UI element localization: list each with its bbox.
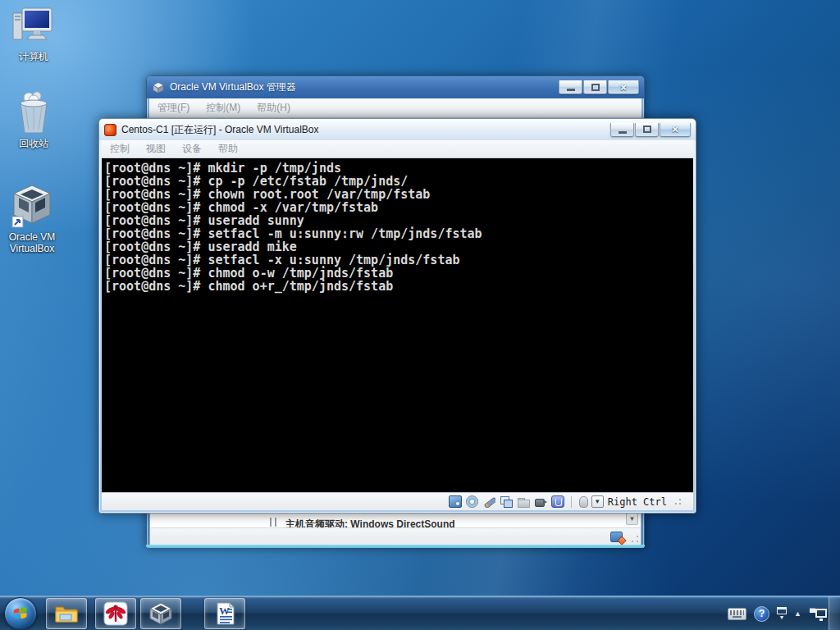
mouse-capture-icon[interactable] [578,495,587,508]
network-status-icon[interactable] [500,495,513,508]
vm-window-icon [104,124,116,136]
terminal-screen[interactable]: [root@dns ~]# mkdir -p /tmp/jnds [root@d… [102,158,693,492]
desktop-icon-label: Oracle VM VirtualBox [0,231,64,254]
ime-help-icon[interactable]: ? [754,606,769,622]
manager-statusbar [150,527,641,545]
virtualbox-shortcut-icon [9,182,55,230]
desktop: 计算机 回收站 Oracle VM VirtualBox [0,0,840,630]
vm-minimize-button[interactable] [610,123,634,137]
chevron-down-icon: ▼ [629,515,636,523]
taskbar-button-word[interactable]: W [204,598,245,629]
vm-menubar: 控制 视图 设备 帮助 [102,140,693,158]
taskbar-button-dragonfly-app[interactable] [95,598,136,629]
recycle-bin-icon [12,90,55,136]
optical-disc-status-icon[interactable] [466,495,478,508]
shared-folder-status-icon[interactable] [517,495,530,508]
network-tray-icon[interactable] [809,606,827,621]
start-button[interactable] [4,597,37,630]
menu-item-help[interactable]: 帮助 [210,142,246,156]
menu-item-devices[interactable]: 设备 [174,142,210,156]
vm-restore-button[interactable] [635,123,659,137]
virtualbox-status-icon [610,532,623,542]
desktop-icon-computer[interactable]: 计算机 [2,7,66,62]
resize-grip[interactable] [631,535,639,543]
audio-section-marks [270,518,276,527]
restore-window-icon [777,607,787,614]
audio-driver-row: 主机音频驱动: Windows DirectSound [285,518,455,527]
scroll-down-button[interactable]: ▼ [626,513,638,525]
chevron-down-icon: ▼ [779,615,785,620]
video-capture-status-icon[interactable] [534,495,547,508]
terminal-line: [root@dns ~]# useradd mike [104,240,693,253]
up-arrow-icon: ▲ [794,609,801,618]
resize-grip[interactable] [674,498,682,505]
question-icon: ? [759,608,765,619]
terminal-line: [root@dns ~]# setfacl -m u:sunny:rw /tmp… [104,227,693,240]
manager-menubar: 管理(F) 控制(M) 帮助(H) [149,98,641,118]
manager-titlebar[interactable]: Oracle VM VirtualBox 管理器 × [147,76,644,98]
system-tray: ? ▼ ▲ [728,596,827,630]
serial-pen-status-icon[interactable] [482,495,495,508]
terminal-line: [root@dns ~]# mkdir -p /tmp/jnds [104,162,693,175]
manager-window-title: Oracle VM VirtualBox 管理器 [170,80,554,94]
menu-item-machine[interactable]: 控制 [102,142,138,156]
word-icon: W [212,600,238,627]
hard-disk-status-icon[interactable] [449,495,462,508]
taskbar-button-explorer[interactable] [46,598,87,629]
terminal-line: [root@dns ~]# chown root.root /var/tmp/f… [104,188,693,201]
menu-item-manage[interactable]: 管理(F) [149,101,198,115]
menu-item-help[interactable]: 帮助(H) [249,101,299,115]
virtualbox-icon [148,600,174,627]
usb-status-icon[interactable] [551,495,564,508]
down-arrow-icon: ▼ [594,498,600,505]
desktop-icon-label: 计算机 [2,51,66,62]
terminal-line: [root@dns ~]# cp -p /etc/fstab /tmp/jnds… [104,175,693,188]
keyboard-tray-icon[interactable] [728,608,746,620]
vm-statusbar: ▼ Right Ctrl [102,492,693,510]
computer-icon [11,7,57,49]
terminal-line: [root@dns ~]# chmod o+r_/tmp/jnds/fstab [104,280,693,293]
taskbar-button-virtualbox[interactable] [140,598,181,629]
terminal-line: [root@dns ~]# useradd sunny [104,214,693,227]
terminal-line: [root@dns ~]# setfacl -x u:sunny /tmp/jn… [104,253,693,267]
terminal-line: [root@dns ~]# chmod o-w /tmp/jnds/fstab [104,267,693,280]
vm-console-window: Centos-C1 [正在运行] - Oracle VM VirtualBox … [98,118,696,514]
close-icon: × [620,82,627,93]
windows-logo-icon [11,605,30,623]
explorer-folder-icon [53,600,80,627]
audio-driver-text: 主机音频驱动: Windows DirectSound [285,518,455,527]
language-bar-icon[interactable]: ▼ [777,607,787,620]
desktop-icon-virtualbox[interactable]: Oracle VM VirtualBox [0,182,64,254]
vm-window-title: Centos-C1 [正在运行] - Oracle VM VirtualBox [121,123,605,137]
desktop-icon-recycle-bin[interactable]: 回收站 [2,90,66,149]
close-icon: × [672,124,678,135]
statusbar-divider [571,496,572,508]
dragonfly-app-icon [103,600,129,627]
virtualbox-logo-icon [152,81,165,94]
manager-minimize-button[interactable] [559,80,582,94]
menu-item-view[interactable]: 视图 [138,142,174,156]
manager-maximize-button[interactable] [583,80,607,94]
word-letter: W [219,605,230,617]
show-desktop-button[interactable] [829,596,840,630]
menu-item-machine[interactable]: 控制(M) [198,101,249,115]
desktop-icon-label: 回收站 [2,138,66,149]
vm-titlebar[interactable]: Centos-C1 [正在运行] - Oracle VM VirtualBox … [99,119,696,140]
keyboard-capture-icon[interactable]: ▼ [591,495,604,508]
host-key-label: Right Ctrl [608,496,667,508]
terminal-line: [root@dns ~]# chmod -x /var/tmp/fstab [104,201,693,214]
manager-close-button[interactable]: × [608,80,639,94]
show-hidden-icons-button[interactable]: ▲ [794,609,801,618]
taskbar: W ? ▼ ▲ [0,596,840,630]
manager-bottom-edge [146,545,645,548]
vm-close-button[interactable]: × [660,123,691,137]
